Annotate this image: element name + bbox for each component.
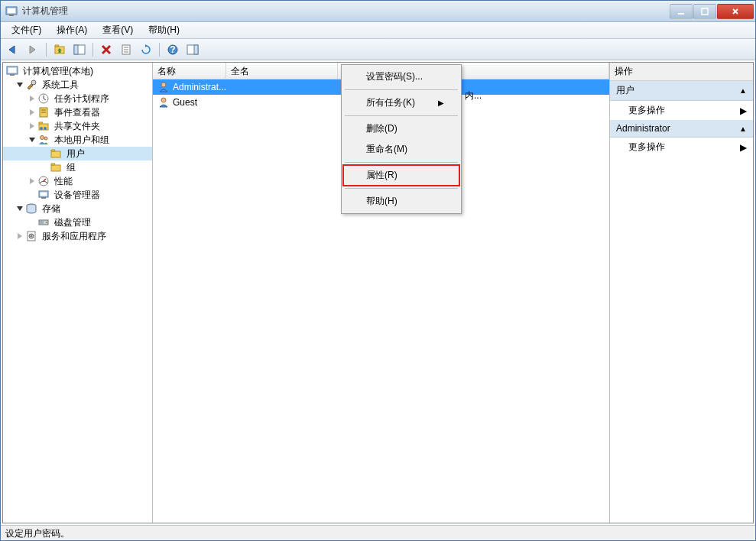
up-button[interactable] [50, 41, 69, 58]
menu-properties[interactable]: 属性(R) [342, 164, 460, 186]
action-pane: 操作 用户 ▲ 更多操作 ▶ Administrator ▲ 更多操作 ▶ [609, 63, 753, 523]
svg-rect-3 [678, 13, 684, 15]
performance-icon [37, 175, 50, 187]
menu-help[interactable]: 帮助(H) [141, 22, 187, 38]
collapse-icon[interactable] [15, 81, 24, 89]
collapse-icon[interactable] [15, 205, 24, 213]
tree-device-manager[interactable]: 设备管理器 [3, 188, 152, 202]
svg-rect-34 [41, 193, 47, 196]
svg-point-25 [40, 127, 43, 130]
expand-icon[interactable] [28, 109, 36, 117]
menu-file[interactable]: 文件(F) [4, 22, 49, 38]
storage-icon [25, 202, 37, 215]
close-button[interactable] [717, 4, 754, 19]
tree-performance[interactable]: 性能 [3, 174, 152, 188]
maximize-button[interactable] [693, 4, 716, 19]
svg-rect-1 [8, 8, 15, 13]
action-more-users[interactable]: 更多操作 ▶ [610, 101, 753, 120]
menu-view[interactable]: 查看(V) [95, 22, 141, 38]
computer-icon [6, 65, 18, 77]
svg-point-37 [46, 222, 47, 223]
menu-separator [345, 115, 458, 116]
client-area: 计算机管理(本地) 系统工具 任务计划程序 事件查看器 共享文件夹 [2, 62, 754, 523]
svg-rect-29 [51, 151, 60, 157]
menu-action[interactable]: 操作(A) [49, 22, 95, 38]
menu-delete[interactable]: 删除(D) [343, 118, 459, 139]
expand-icon[interactable] [28, 95, 36, 103]
expand-icon[interactable] [15, 232, 24, 241]
minimize-button[interactable] [670, 4, 693, 19]
toolbar-separator [92, 43, 93, 57]
show-hide-tree-button[interactable] [70, 41, 89, 58]
properties-button[interactable] [117, 41, 135, 58]
svg-rect-15 [194, 45, 198, 54]
app-icon [5, 5, 18, 18]
user-icon [157, 96, 170, 109]
svg-rect-7 [74, 45, 78, 54]
svg-point-19 [31, 80, 36, 85]
tree-event-viewer[interactable]: 事件查看器 [3, 105, 152, 119]
link-label: 更多操作 [628, 104, 665, 117]
tree-disk-management[interactable]: 磁盘管理 [3, 215, 152, 229]
toolbar-separator [159, 43, 160, 57]
back-button[interactable] [4, 41, 22, 58]
tree-root[interactable]: 计算机管理(本地) [3, 64, 152, 78]
list-pane: 名称 全名 描述 Administrat... Guest [153, 63, 609, 523]
delete-button[interactable] [97, 41, 115, 58]
folder-icon [50, 161, 62, 173]
collapse-arrow-icon: ▲ [739, 125, 747, 133]
titlebar: 计算机管理 [1, 1, 755, 22]
svg-rect-18 [10, 74, 15, 76]
app-window: 计算机管理 文件(F) 操作(A) 查看(V) 帮助(H) ? 计算机管理(本地… [0, 0, 756, 541]
tree-label: 系统工具 [41, 79, 80, 92]
tree-local-users[interactable]: 本地用户和组 [3, 133, 152, 147]
svg-point-26 [44, 127, 47, 130]
collapse-arrow-icon: ▲ [739, 86, 747, 95]
menubar: 文件(F) 操作(A) 查看(V) 帮助(H) [1, 22, 755, 39]
cell-name: Administrat... [153, 81, 226, 93]
tree-pane[interactable]: 计算机管理(本地) 系统工具 任务计划程序 事件查看器 共享文件夹 [3, 63, 153, 523]
cell-text: Guest [173, 97, 197, 108]
tree-label: 本地用户和组 [53, 134, 111, 147]
menu-all-tasks[interactable]: 所有任务(K)▶ [343, 92, 459, 113]
show-hide-action-button[interactable] [183, 41, 202, 58]
menu-help[interactable]: 帮助(H) [343, 191, 459, 212]
folder-icon [50, 147, 62, 160]
tree-label: 组 [65, 161, 77, 174]
clock-icon [37, 92, 50, 105]
expand-icon[interactable] [28, 177, 36, 186]
tree-shared-folders[interactable]: 共享文件夹 [3, 119, 152, 133]
svg-rect-38 [40, 221, 44, 224]
tree-groups[interactable]: 组 [3, 160, 152, 174]
column-fullname[interactable]: 全名 [226, 63, 338, 79]
tree-label: 任务计划程序 [53, 92, 111, 105]
tree-label: 磁盘管理 [53, 216, 92, 229]
tree-system-tools[interactable]: 系统工具 [3, 78, 152, 92]
svg-rect-2 [9, 15, 14, 16]
action-section-users[interactable]: 用户 ▲ [610, 81, 753, 101]
collapse-icon[interactable] [28, 136, 36, 144]
tree-label: 共享文件夹 [53, 120, 102, 133]
tree-label: 服务和应用程序 [41, 230, 108, 243]
help-button[interactable]: ? [164, 41, 182, 58]
tree-task-scheduler[interactable]: 任务计划程序 [3, 92, 152, 105]
tree-label: 计算机管理(本地) [21, 65, 95, 78]
forward-button[interactable] [24, 41, 42, 58]
menu-separator [345, 89, 458, 90]
refresh-button[interactable] [137, 41, 155, 58]
svg-rect-4 [702, 8, 708, 15]
svg-rect-30 [51, 165, 60, 171]
svg-rect-33 [41, 197, 46, 199]
menu-set-password[interactable]: 设置密码(S)... [343, 66, 459, 87]
event-icon [37, 106, 50, 118]
tree-services[interactable]: 服务和应用程序 [3, 229, 152, 243]
tree-storage[interactable]: 存储 [3, 202, 152, 215]
action-more-administrator[interactable]: 更多操作 ▶ [610, 138, 753, 157]
expand-icon[interactable] [28, 122, 36, 131]
action-section-administrator[interactable]: Administrator ▲ [610, 120, 753, 138]
menu-rename[interactable]: 重命名(M) [343, 139, 459, 160]
svg-text:?: ? [170, 44, 175, 55]
tree-users[interactable]: 用户 [3, 147, 152, 160]
tree-label: 性能 [53, 175, 74, 188]
column-name[interactable]: 名称 [153, 63, 226, 79]
